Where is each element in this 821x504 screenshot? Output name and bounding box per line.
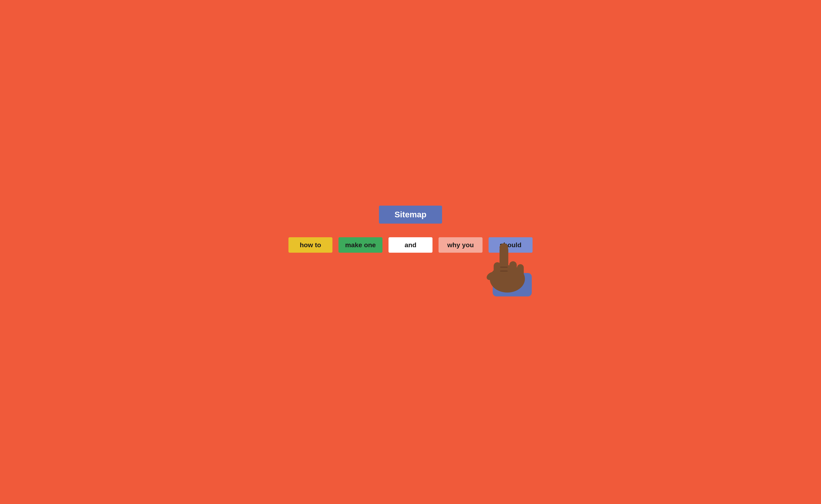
root-label: Sitemap [395, 210, 426, 219]
scene: Sitemap how to make one [274, 198, 547, 306]
node-make-one: make one [339, 237, 382, 253]
node-why-you: why you [439, 237, 482, 253]
svg-rect-26 [517, 264, 524, 280]
child-col-how-to: how to [286, 237, 336, 272]
node-and-label: and [405, 241, 416, 249]
node-why-you-label: why you [447, 241, 474, 249]
child-col-and: and [386, 237, 436, 272]
hand-icon [477, 234, 532, 296]
child-col-make-one: make one [336, 237, 386, 291]
node-how-to: how to [289, 237, 332, 253]
root-box: Sitemap [379, 206, 442, 224]
node-how-to-label: how to [300, 241, 321, 249]
node-and: and [389, 237, 432, 253]
node-make-one-label: make one [345, 241, 376, 249]
svg-point-23 [499, 243, 508, 252]
root-node: Sitemap [286, 206, 536, 224]
svg-rect-24 [509, 261, 517, 279]
hand-container [477, 234, 532, 296]
tree-wrapper: Sitemap how to make one [286, 206, 536, 291]
